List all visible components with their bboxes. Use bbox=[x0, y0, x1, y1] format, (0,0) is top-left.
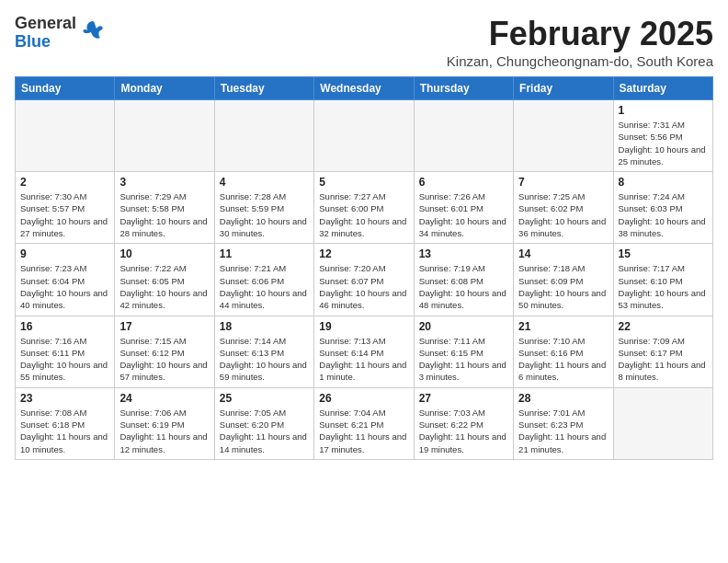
day-info: Sunrise: 7:21 AMSunset: 6:06 PMDaylight:… bbox=[220, 262, 309, 311]
calendar-day-cell: 10Sunrise: 7:22 AMSunset: 6:05 PMDayligh… bbox=[115, 244, 214, 316]
day-number: 15 bbox=[619, 247, 708, 260]
calendar-day-cell: 21Sunrise: 7:10 AMSunset: 6:16 PMDayligh… bbox=[514, 316, 613, 387]
logo-blue: Blue bbox=[15, 33, 76, 52]
calendar-day-cell: 22Sunrise: 7:09 AMSunset: 6:17 PMDayligh… bbox=[613, 316, 712, 387]
day-info: Sunrise: 7:20 AMSunset: 6:07 PMDaylight:… bbox=[319, 262, 408, 311]
day-number: 7 bbox=[518, 176, 608, 189]
day-info: Sunrise: 7:03 AMSunset: 6:22 PMDaylight:… bbox=[419, 407, 508, 455]
title-area: February 2025 Kinzan, Chungcheongnam-do,… bbox=[447, 15, 713, 69]
day-number: 17 bbox=[119, 320, 209, 333]
day-info: Sunrise: 7:05 AMSunset: 6:20 PMDaylight:… bbox=[220, 407, 309, 455]
day-number: 6 bbox=[419, 176, 508, 189]
day-info: Sunrise: 7:17 AMSunset: 6:10 PMDaylight:… bbox=[619, 262, 708, 311]
day-number: 27 bbox=[419, 392, 508, 405]
calendar-header-row: SundayMondayTuesdayWednesdayThursdayFrid… bbox=[16, 77, 713, 100]
day-info: Sunrise: 7:30 AMSunset: 5:57 PMDaylight:… bbox=[20, 190, 109, 239]
day-info: Sunrise: 7:23 AMSunset: 6:04 PMDaylight:… bbox=[20, 262, 109, 311]
day-number: 20 bbox=[419, 320, 508, 333]
calendar-day-cell: 24Sunrise: 7:06 AMSunset: 6:19 PMDayligh… bbox=[115, 387, 214, 459]
day-number: 21 bbox=[518, 320, 608, 333]
calendar-day-cell: 23Sunrise: 7:08 AMSunset: 6:18 PMDayligh… bbox=[16, 387, 115, 459]
day-info: Sunrise: 7:04 AMSunset: 6:21 PMDaylight:… bbox=[319, 407, 408, 455]
day-info: Sunrise: 7:29 AMSunset: 5:58 PMDaylight:… bbox=[119, 190, 209, 239]
calendar-day-cell: 7Sunrise: 7:25 AMSunset: 6:02 PMDaylight… bbox=[514, 172, 613, 244]
calendar-day-cell: 18Sunrise: 7:14 AMSunset: 6:13 PMDayligh… bbox=[214, 316, 313, 387]
logo-general: General bbox=[15, 15, 76, 33]
calendar-week-row: 1Sunrise: 7:31 AMSunset: 5:56 PMDaylight… bbox=[16, 100, 713, 172]
day-info: Sunrise: 7:15 AMSunset: 6:12 PMDaylight:… bbox=[119, 335, 209, 384]
day-info: Sunrise: 7:19 AMSunset: 6:08 PMDaylight:… bbox=[419, 262, 508, 311]
day-info: Sunrise: 7:22 AMSunset: 6:05 PMDaylight:… bbox=[119, 262, 209, 311]
day-number: 10 bbox=[119, 247, 209, 260]
calendar-week-row: 23Sunrise: 7:08 AMSunset: 6:18 PMDayligh… bbox=[16, 387, 713, 459]
day-info: Sunrise: 7:27 AMSunset: 6:00 PMDaylight:… bbox=[319, 190, 408, 239]
calendar-day-cell: 6Sunrise: 7:26 AMSunset: 6:01 PMDaylight… bbox=[414, 172, 513, 244]
day-number: 26 bbox=[319, 392, 408, 405]
calendar-day-cell: 11Sunrise: 7:21 AMSunset: 6:06 PMDayligh… bbox=[214, 244, 313, 316]
day-number: 9 bbox=[20, 247, 109, 260]
day-of-week-header: Sunday bbox=[16, 77, 115, 100]
day-number: 1 bbox=[619, 104, 708, 117]
calendar-week-row: 9Sunrise: 7:23 AMSunset: 6:04 PMDaylight… bbox=[16, 244, 713, 316]
day-number: 5 bbox=[319, 176, 408, 189]
day-number: 19 bbox=[319, 320, 408, 333]
calendar-week-row: 16Sunrise: 7:16 AMSunset: 6:11 PMDayligh… bbox=[16, 316, 713, 387]
day-info: Sunrise: 7:14 AMSunset: 6:13 PMDaylight:… bbox=[220, 335, 309, 384]
day-info: Sunrise: 7:18 AMSunset: 6:09 PMDaylight:… bbox=[518, 262, 608, 311]
day-of-week-header: Wednesday bbox=[314, 77, 414, 100]
day-info: Sunrise: 7:31 AMSunset: 5:56 PMDaylight:… bbox=[619, 119, 708, 167]
day-of-week-header: Thursday bbox=[414, 77, 513, 100]
calendar-day-cell: 9Sunrise: 7:23 AMSunset: 6:04 PMDaylight… bbox=[16, 244, 115, 316]
day-number: 11 bbox=[220, 247, 309, 260]
day-number: 13 bbox=[419, 247, 508, 260]
day-number: 28 bbox=[518, 392, 608, 405]
calendar-day-cell: 5Sunrise: 7:27 AMSunset: 6:00 PMDaylight… bbox=[314, 172, 414, 244]
day-info: Sunrise: 7:13 AMSunset: 6:14 PMDaylight:… bbox=[319, 335, 408, 384]
day-of-week-header: Tuesday bbox=[214, 77, 313, 100]
day-number: 2 bbox=[20, 176, 109, 189]
calendar-day-cell: 13Sunrise: 7:19 AMSunset: 6:08 PMDayligh… bbox=[414, 244, 513, 316]
calendar-day-cell: 3Sunrise: 7:29 AMSunset: 5:58 PMDaylight… bbox=[115, 172, 214, 244]
day-info: Sunrise: 7:09 AMSunset: 6:17 PMDaylight:… bbox=[619, 335, 708, 384]
calendar-day-cell bbox=[613, 387, 712, 459]
calendar-day-cell: 19Sunrise: 7:13 AMSunset: 6:14 PMDayligh… bbox=[314, 316, 414, 387]
logo: General Blue bbox=[15, 15, 106, 52]
day-of-week-header: Monday bbox=[115, 77, 214, 100]
day-info: Sunrise: 7:10 AMSunset: 6:16 PMDaylight:… bbox=[518, 335, 608, 384]
day-info: Sunrise: 7:11 AMSunset: 6:15 PMDaylight:… bbox=[419, 335, 508, 384]
day-info: Sunrise: 7:01 AMSunset: 6:23 PMDaylight:… bbox=[518, 407, 608, 455]
day-number: 18 bbox=[220, 320, 309, 333]
day-number: 4 bbox=[220, 176, 309, 189]
day-number: 24 bbox=[119, 392, 209, 405]
calendar-day-cell: 12Sunrise: 7:20 AMSunset: 6:07 PMDayligh… bbox=[314, 244, 414, 316]
logo-bird-icon bbox=[80, 17, 106, 49]
day-number: 12 bbox=[319, 247, 408, 260]
calendar-day-cell: 15Sunrise: 7:17 AMSunset: 6:10 PMDayligh… bbox=[613, 244, 712, 316]
day-info: Sunrise: 7:25 AMSunset: 6:02 PMDaylight:… bbox=[518, 190, 608, 239]
calendar-day-cell: 16Sunrise: 7:16 AMSunset: 6:11 PMDayligh… bbox=[16, 316, 115, 387]
calendar-day-cell bbox=[16, 100, 115, 172]
calendar-day-cell: 8Sunrise: 7:24 AMSunset: 6:03 PMDaylight… bbox=[613, 172, 712, 244]
day-number: 14 bbox=[518, 247, 608, 260]
calendar-day-cell bbox=[314, 100, 414, 172]
day-info: Sunrise: 7:16 AMSunset: 6:11 PMDaylight:… bbox=[20, 335, 109, 384]
calendar-day-cell bbox=[214, 100, 313, 172]
day-number: 8 bbox=[619, 176, 708, 189]
location-subtitle: Kinzan, Chungcheongnam-do, South Korea bbox=[447, 53, 713, 69]
day-info: Sunrise: 7:24 AMSunset: 6:03 PMDaylight:… bbox=[619, 190, 708, 239]
page-header: General Blue February 2025 Kinzan, Chung… bbox=[15, 15, 713, 69]
day-info: Sunrise: 7:06 AMSunset: 6:19 PMDaylight:… bbox=[119, 407, 209, 455]
calendar-day-cell: 1Sunrise: 7:31 AMSunset: 5:56 PMDaylight… bbox=[613, 100, 712, 172]
calendar-day-cell: 17Sunrise: 7:15 AMSunset: 6:12 PMDayligh… bbox=[115, 316, 214, 387]
calendar-table: SundayMondayTuesdayWednesdayThursdayFrid… bbox=[15, 76, 713, 460]
day-info: Sunrise: 7:26 AMSunset: 6:01 PMDaylight:… bbox=[419, 190, 508, 239]
day-info: Sunrise: 7:08 AMSunset: 6:18 PMDaylight:… bbox=[20, 407, 109, 455]
calendar-day-cell: 2Sunrise: 7:30 AMSunset: 5:57 PMDaylight… bbox=[16, 172, 115, 244]
calendar-week-row: 2Sunrise: 7:30 AMSunset: 5:57 PMDaylight… bbox=[16, 172, 713, 244]
calendar-day-cell: 20Sunrise: 7:11 AMSunset: 6:15 PMDayligh… bbox=[414, 316, 513, 387]
calendar-day-cell: 14Sunrise: 7:18 AMSunset: 6:09 PMDayligh… bbox=[514, 244, 613, 316]
day-number: 25 bbox=[220, 392, 309, 405]
day-number: 23 bbox=[20, 392, 109, 405]
day-of-week-header: Saturday bbox=[613, 77, 712, 100]
day-number: 3 bbox=[119, 176, 209, 189]
